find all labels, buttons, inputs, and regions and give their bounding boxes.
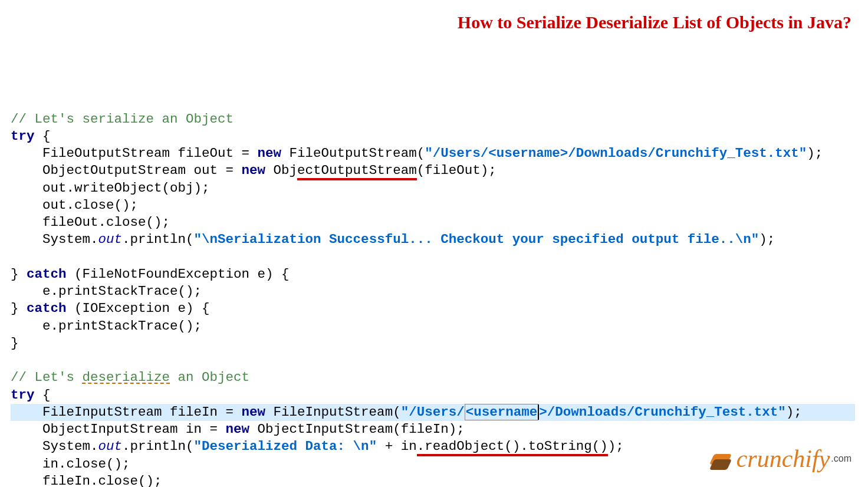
spellcheck-squiggle: deserialize xyxy=(83,370,170,385)
logo-text: crunchify xyxy=(737,443,830,475)
page-title: How to Serialize Deserialize List of Obj… xyxy=(458,11,851,34)
deser-message-string: "Deserialized Data: \n" xyxy=(194,439,377,454)
serialize-path-string: "/Users/<username>/Downloads/Crunchify_T… xyxy=(425,146,807,161)
kw-try: try xyxy=(11,129,35,144)
comment-deserialize: // Let's deserialize an Object xyxy=(11,370,249,385)
readobject-underline: .readObject().toString() xyxy=(417,439,608,456)
text-selection-box: <username xyxy=(465,404,539,420)
crunchify-logo: crunchify.com xyxy=(712,443,851,475)
success-message-string: "\nSerialization Successful... Checkout … xyxy=(194,232,760,247)
objectoutputstream-underline: ectOutputStream xyxy=(297,163,417,180)
deserialize-path-string: "/Users/<username>/Downloads/Crunchify_T… xyxy=(401,404,786,420)
logo-suffix: .com xyxy=(831,453,851,465)
highlighted-current-line: FileInputStream fileIn = new FileInputSt… xyxy=(11,404,855,421)
kw-catch: catch xyxy=(27,266,67,282)
comment-serialize: // Let's serialize an Object xyxy=(11,111,234,127)
code-block: // Let's serialize an Object try { FileO… xyxy=(11,111,857,488)
